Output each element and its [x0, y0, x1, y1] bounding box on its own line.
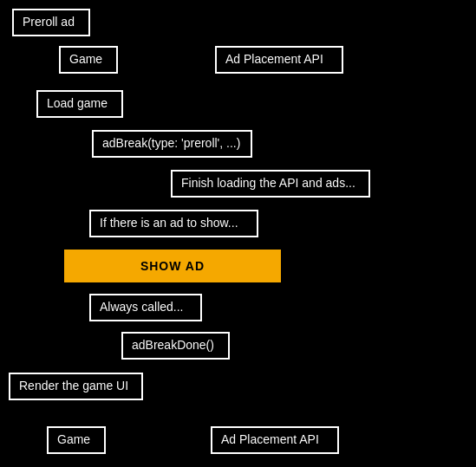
render-game-ui-box: Render the game UI [9, 373, 143, 400]
game-bottom-box: Game [47, 426, 106, 454]
preroll-ad-label: Preroll ad [23, 15, 75, 29]
preroll-ad-box: Preroll ad [12, 9, 90, 36]
if-ad-to-show-label: If there is an ad to show... [100, 216, 238, 230]
ad-placement-api-top-label: Ad Placement API [225, 52, 323, 66]
always-called-label: Always called... [100, 300, 183, 314]
ad-placement-api-bottom-label: Ad Placement API [221, 432, 319, 446]
always-called-box: Always called... [89, 294, 202, 321]
load-game-box: Load game [36, 90, 123, 118]
adbreak-preroll-label: adBreak(type: 'preroll', ...) [102, 136, 240, 150]
finish-loading-label: Finish loading the API and ads... [181, 176, 355, 190]
ad-placement-api-top-box: Ad Placement API [215, 46, 343, 74]
render-game-ui-label: Render the game UI [19, 379, 128, 392]
show-ad-box: SHOW AD [64, 250, 281, 282]
game-top-label: Game [69, 52, 102, 66]
ad-placement-api-bottom-box: Ad Placement API [211, 426, 339, 454]
show-ad-label: SHOW AD [140, 259, 205, 273]
if-ad-to-show-box: If there is an ad to show... [89, 210, 258, 237]
adbreak-done-label: adBreakDone() [132, 338, 214, 352]
adbreak-done-box: adBreakDone() [121, 332, 230, 360]
load-game-label: Load game [47, 96, 108, 110]
finish-loading-box: Finish loading the API and ads... [171, 170, 370, 198]
game-top-box: Game [59, 46, 118, 74]
adbreak-preroll-box: adBreak(type: 'preroll', ...) [92, 130, 252, 158]
game-bottom-label: Game [57, 432, 90, 446]
